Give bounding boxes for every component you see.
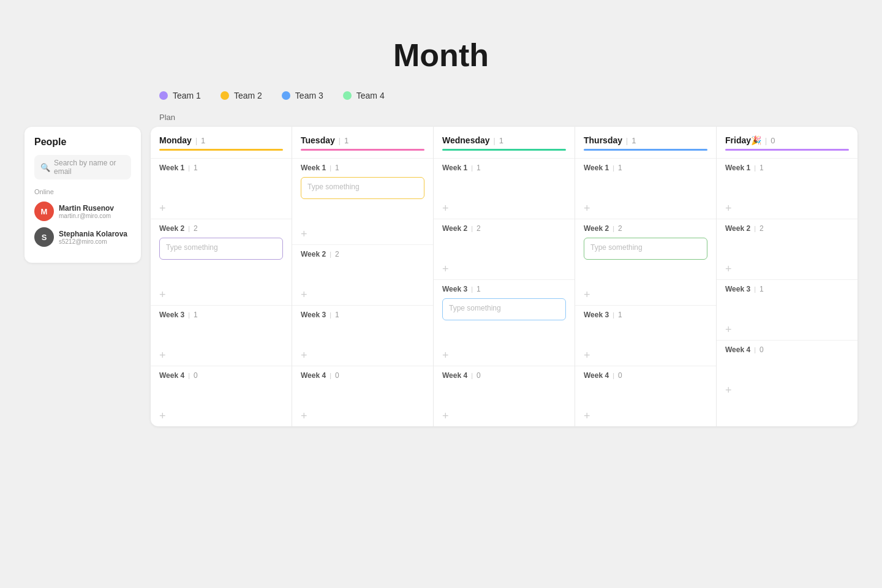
- week-name: Week 4: [301, 371, 326, 380]
- add-btn[interactable]: +: [725, 263, 849, 274]
- week-cell: +: [442, 324, 566, 361]
- week-sep: |: [754, 285, 756, 293]
- day-column-thursday: Thursday | 1 Week 1 | 1 + Week 2 | 2 Typ…: [575, 127, 717, 426]
- friday-emoji: 🎉: [751, 135, 761, 145]
- type-card[interactable]: Type something: [584, 238, 707, 260]
- week-name: Week 4: [584, 371, 609, 380]
- week-cell: +: [725, 177, 849, 214]
- add-btn[interactable]: +: [301, 228, 424, 239]
- week-header: Week 4 | 0: [584, 371, 707, 380]
- type-card[interactable]: Type something: [159, 238, 283, 260]
- week-header: Week 2 | 2: [584, 224, 707, 233]
- add-btn[interactable]: +: [301, 350, 424, 361]
- add-btn[interactable]: +: [442, 350, 566, 361]
- person-item: M Martin Rusenov martin.r@miro.com: [34, 202, 131, 221]
- week-cell: +: [442, 177, 566, 214]
- week-count: 2: [194, 224, 198, 233]
- week-cell: +: [725, 238, 849, 274]
- week-sep: |: [330, 164, 331, 172]
- week-name: Week 1: [301, 164, 326, 172]
- week-count: 1: [194, 164, 198, 172]
- add-btn[interactable]: +: [725, 203, 849, 214]
- week-header: Week 4 | 0: [725, 345, 849, 354]
- week-count: 0: [477, 371, 481, 380]
- week-count: 2: [477, 224, 481, 233]
- day-separator: |: [339, 137, 341, 145]
- week-cell: +: [725, 359, 849, 396]
- week-name: Week 1: [442, 164, 467, 172]
- week-count: 1: [335, 164, 339, 172]
- add-btn[interactable]: +: [301, 410, 424, 421]
- day-header: Tuesday | 1: [292, 127, 433, 145]
- day-name: Thursday: [584, 135, 622, 145]
- week-cell: +: [442, 238, 566, 274]
- add-btn[interactable]: +: [725, 324, 849, 335]
- add-btn[interactable]: +: [442, 263, 566, 274]
- person-name: Stephania Kolarova: [59, 230, 127, 238]
- week-header: Week 3 | 1: [584, 311, 707, 319]
- week-cell: +: [301, 263, 424, 300]
- add-btn[interactable]: +: [301, 289, 424, 300]
- page-wrapper: Month Team 1 Team 2 Team 3 Team 4 Plan P…: [0, 0, 882, 588]
- add-btn[interactable]: +: [584, 410, 707, 421]
- week-section-1: Week 2 | 2 Type something +: [151, 219, 292, 305]
- week-cell: +: [301, 324, 424, 361]
- week-sep: |: [471, 372, 473, 379]
- legend-dot: [221, 91, 229, 100]
- day-name: Monday: [159, 135, 192, 145]
- legend-dot: [159, 91, 168, 100]
- week-count: 1: [618, 164, 622, 172]
- add-btn[interactable]: +: [442, 203, 566, 214]
- week-sep: |: [612, 164, 614, 172]
- day-separator: |: [765, 137, 767, 145]
- page-title: Month: [393, 37, 489, 74]
- type-card[interactable]: Type something: [442, 298, 566, 320]
- add-btn[interactable]: +: [442, 410, 566, 421]
- week-section-0: Week 1 | 1 +: [434, 158, 575, 219]
- week-cell: +: [725, 298, 849, 335]
- calendar-grid: Monday | 1 Week 1 | 1 + Week 2 | 2 Type …: [151, 127, 858, 426]
- week-section-0: Week 1 | 1 +: [717, 158, 858, 219]
- week-header: Week 1 | 1: [301, 164, 424, 172]
- week-name: Week 2: [584, 224, 609, 233]
- week-sep: |: [471, 164, 473, 172]
- legend-dot: [282, 91, 290, 100]
- week-header: Week 2 | 2: [725, 224, 849, 233]
- week-name: Week 2: [442, 224, 467, 233]
- legend-label: Team 4: [356, 91, 385, 100]
- week-section-2: Week 3 | 1 Type something +: [434, 279, 575, 366]
- week-count: 0: [194, 371, 198, 380]
- search-box[interactable]: 🔍 Search by name or email: [34, 155, 131, 179]
- legend-dot: [343, 91, 352, 100]
- add-btn[interactable]: +: [159, 410, 283, 421]
- person-email: martin.r@miro.com: [59, 213, 114, 219]
- week-header: Week 1 | 1: [584, 164, 707, 172]
- week-cell: +: [301, 203, 424, 239]
- type-card[interactable]: Type something: [301, 177, 424, 199]
- week-count: 0: [760, 345, 764, 354]
- week-sep: |: [330, 311, 331, 318]
- add-btn[interactable]: +: [584, 289, 707, 300]
- day-count: 0: [771, 136, 775, 145]
- week-header: Week 2 | 2: [301, 250, 424, 258]
- add-btn[interactable]: +: [159, 350, 283, 361]
- add-btn[interactable]: +: [584, 203, 707, 214]
- week-section-1: Week 2 | 2 +: [292, 244, 433, 305]
- day-separator: |: [626, 137, 628, 145]
- week-sep: |: [471, 225, 473, 232]
- day-bar: [442, 149, 566, 151]
- week-name: Week 3: [442, 285, 467, 293]
- add-btn[interactable]: +: [159, 203, 283, 214]
- week-sep: |: [188, 372, 190, 379]
- add-btn[interactable]: +: [159, 289, 283, 300]
- add-btn[interactable]: +: [725, 385, 849, 396]
- week-count: 1: [194, 311, 198, 319]
- week-cell: +: [584, 324, 707, 361]
- add-btn[interactable]: +: [584, 350, 707, 361]
- week-header: Week 3 | 1: [725, 285, 849, 293]
- week-sep: |: [471, 285, 473, 293]
- week-header: Week 2 | 2: [159, 224, 283, 233]
- week-name: Week 4: [159, 371, 184, 380]
- week-sep: |: [330, 251, 331, 258]
- plan-label: Plan: [159, 113, 175, 122]
